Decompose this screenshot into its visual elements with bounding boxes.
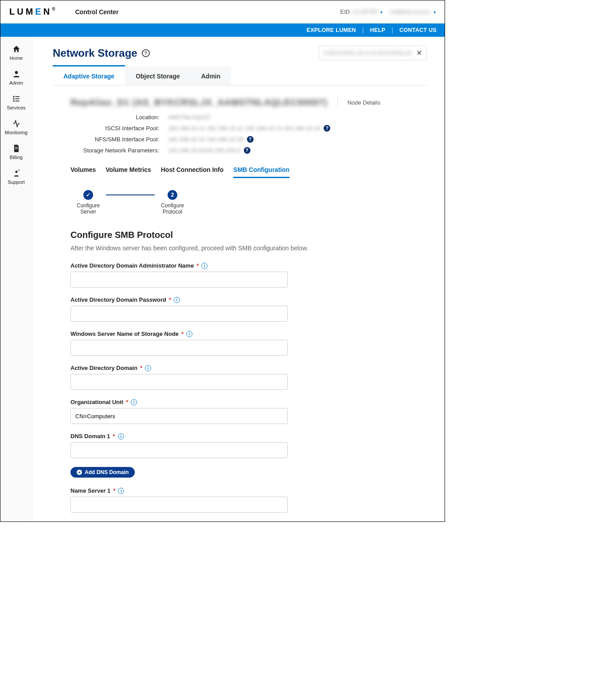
info-icon[interactable]: i (118, 488, 124, 494)
node-name: RepAlias_D1 (AS_BYKCRSLJX_AAMSTNLAQLEC00… (70, 97, 328, 108)
info-icon[interactable]: i (174, 297, 180, 303)
contact-link[interactable]: CONTACT US (399, 27, 437, 33)
info-icon[interactable]: i (186, 331, 192, 337)
step-configure-protocol: 2 Configure Protocol (155, 190, 190, 215)
chevron-down-icon: ▾ (434, 10, 436, 15)
utility-bar: EXPLORE LUMEN | HELP | CONTACT US (0, 23, 445, 37)
sidebar-item-monitoring[interactable]: Monitoring (0, 115, 32, 140)
admin-password-input[interactable] (70, 306, 288, 322)
subtab-host-connection[interactable]: Host Connection Info (161, 166, 224, 178)
help-icon[interactable]: ? (142, 49, 150, 57)
check-icon: ✓ (83, 190, 93, 200)
svg-rect-6 (15, 101, 19, 101)
tab-object-storage[interactable]: Object Storage (125, 66, 191, 85)
form-title: Configure SMB Protocol (70, 230, 319, 240)
main-content: Network Storage ? S-BYKCRSLJX-A-IS-BYKCR… (32, 37, 445, 521)
step-configure-server: ✓ Configure Server (70, 190, 106, 215)
eid-block[interactable]: EID 11128758 ▾ (340, 8, 383, 15)
sidebar-item-admin[interactable]: Admin (0, 65, 32, 90)
main-tabs: Adaptive Storage Object Storage Admin (53, 66, 427, 86)
sidebar-item-home[interactable]: Home (0, 40, 32, 65)
left-sidebar: Home Admin Services Monitoring Billing S… (0, 37, 32, 521)
ad-domain-input[interactable] (70, 374, 288, 390)
stepper: ✓ Configure Server 2 Configure Protocol (70, 190, 427, 215)
tab-adaptive-storage[interactable]: Adaptive Storage (53, 65, 125, 85)
list-icon (12, 94, 21, 103)
svg-point-5 (13, 100, 14, 101)
header-right: EID 11128758 ▾ matthew.xxxxxx ▾ (340, 8, 436, 15)
user-menu[interactable]: matthew.xxxxxx ▾ (390, 8, 436, 15)
plus-icon: + (77, 470, 82, 475)
explore-link[interactable]: EXPLORE LUMEN (307, 27, 356, 33)
help-link[interactable]: HELP (370, 27, 386, 33)
subtab-volume-metrics[interactable]: Volume Metrics (106, 166, 151, 178)
svg-point-0 (15, 71, 18, 74)
sidebar-item-billing[interactable]: Billing (0, 140, 32, 164)
node-details-label: Node Details (348, 99, 380, 106)
info-icon[interactable]: ? (244, 147, 250, 154)
svg-point-9 (15, 171, 17, 173)
add-dns-domain-button[interactable]: +Add DNS Domain (70, 467, 135, 478)
svg-point-1 (13, 96, 14, 97)
svg-rect-8 (15, 148, 18, 149)
info-icon[interactable]: i (118, 433, 124, 439)
sidebar-item-services[interactable]: Services (0, 90, 32, 115)
info-icon[interactable]: ? (247, 136, 254, 143)
context-chip: S-BYKCRSLJX-A-IS-BYKCRSLJX ✕ (319, 46, 427, 60)
node-header: RepAlias_D1 (AS_BYKCRSLJX_AAMSTNLAQLEC00… (70, 97, 427, 108)
top-header: LUMEN® Control Center EID 11128758 ▾ mat… (0, 0, 445, 23)
user-icon (12, 70, 21, 78)
info-icon[interactable]: i (131, 399, 137, 405)
activity-icon (12, 119, 21, 128)
brand-logo: LUMEN® (9, 7, 58, 17)
dns-domain-input[interactable] (70, 442, 288, 458)
support-icon (12, 169, 21, 178)
info-icon[interactable]: i (201, 263, 207, 269)
form-description: After the Windows server has been config… (70, 245, 319, 252)
sidebar-item-support[interactable]: Support (0, 164, 32, 189)
subtab-volumes[interactable]: Volumes (70, 166, 96, 178)
info-icon[interactable]: i (145, 365, 151, 371)
svg-rect-4 (15, 98, 19, 99)
home-icon (12, 45, 21, 54)
document-icon (12, 144, 21, 153)
node-details-grid: Location: AMSTNLAQLEC ISCSI Interface Po… (70, 114, 427, 154)
info-icon[interactable]: ? (324, 125, 330, 132)
name-server-input[interactable] (70, 497, 288, 513)
chevron-down-icon: ▾ (380, 10, 383, 15)
org-unit-input[interactable] (70, 408, 288, 424)
app-title: Control Center (75, 8, 119, 16)
admin-name-input[interactable] (70, 272, 288, 288)
windows-server-name-input[interactable] (70, 340, 288, 356)
tab-admin[interactable]: Admin (191, 66, 231, 85)
svg-point-3 (13, 98, 14, 99)
svg-rect-2 (15, 96, 19, 97)
close-icon[interactable]: ✕ (416, 49, 422, 57)
svg-rect-7 (15, 147, 18, 148)
subtab-smb-config[interactable]: SMB Configuration (233, 166, 289, 178)
page-title: Network Storage ? (53, 47, 150, 59)
smb-form: Configure SMB Protocol After the Windows… (70, 230, 319, 521)
sub-tabs: Volumes Volume Metrics Host Connection I… (70, 166, 427, 179)
